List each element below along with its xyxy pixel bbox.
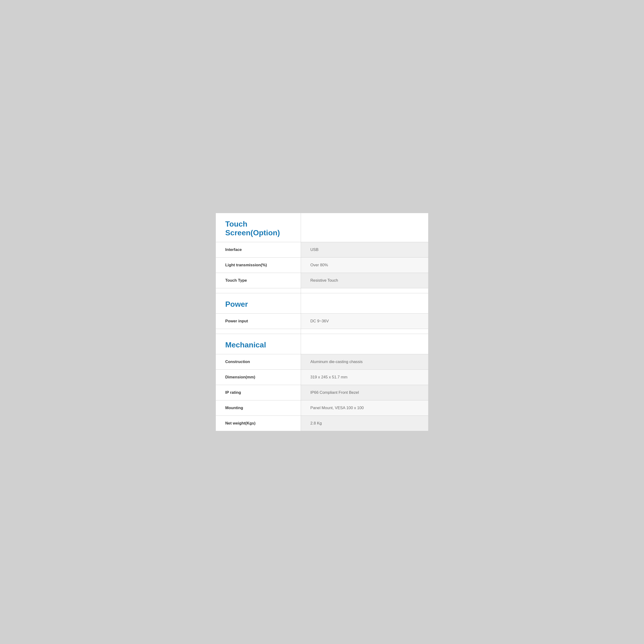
spec-label: Construction	[216, 354, 301, 370]
spec-label: Power input	[216, 314, 301, 329]
spec-row: Mounting Panel Mount, VESA 100 x 100	[216, 400, 428, 416]
spec-value: USB	[301, 242, 428, 258]
spec-row: Power input DC 9~36V	[216, 314, 428, 329]
spec-label: Light transmission(%)	[216, 258, 301, 273]
spec-row: IP rating IP66 Compliant Front Bezel	[216, 385, 428, 400]
spec-label: Touch Type	[216, 273, 301, 288]
spec-value: Resistive Touch	[301, 273, 428, 288]
section-header-touch-screen: Touch Screen(Option)	[216, 213, 428, 242]
spec-value: 2.8 Kg	[301, 416, 428, 431]
spec-value: IP66 Compliant Front Bezel	[301, 385, 428, 400]
section-header-mechanical: Mechanical	[216, 334, 428, 354]
spec-value: Aluminum die-casting chassis	[301, 354, 428, 370]
spec-value: Over 80%	[301, 258, 428, 273]
spacer-row	[216, 288, 428, 293]
spec-row: Interface USB	[216, 242, 428, 258]
spec-row: Dimension(mm) 319 x 245 x 51.7 mm	[216, 370, 428, 385]
spec-table: Touch Screen(Option) Interface USB Light…	[216, 213, 428, 431]
section-header-value-mechanical	[301, 334, 428, 354]
spec-row: Net weight(Kgs) 2.8 Kg	[216, 416, 428, 431]
spec-row: Construction Aluminum die-casting chassi…	[216, 354, 428, 370]
spec-value: 319 x 245 x 51.7 mm	[301, 370, 428, 385]
spec-label: Mounting	[216, 400, 301, 416]
section-title-power: Power	[216, 293, 301, 314]
spec-row: Touch Type Resistive Touch	[216, 273, 428, 288]
spec-value: Panel Mount, VESA 100 x 100	[301, 400, 428, 416]
spec-label: Dimension(mm)	[216, 370, 301, 385]
spec-row: Light transmission(%) Over 80%	[216, 258, 428, 273]
spec-label: Interface	[216, 242, 301, 258]
spec-label: Net weight(Kgs)	[216, 416, 301, 431]
section-header-value-power	[301, 293, 428, 314]
spec-table-container: Touch Screen(Option) Interface USB Light…	[215, 213, 429, 431]
spacer-row	[216, 329, 428, 334]
section-header-value-touch-screen	[301, 213, 428, 242]
section-title-touch-screen: Touch Screen(Option)	[216, 213, 301, 242]
spec-label: IP rating	[216, 385, 301, 400]
section-title-mechanical: Mechanical	[216, 334, 301, 354]
section-header-power: Power	[216, 293, 428, 314]
spec-value: DC 9~36V	[301, 314, 428, 329]
